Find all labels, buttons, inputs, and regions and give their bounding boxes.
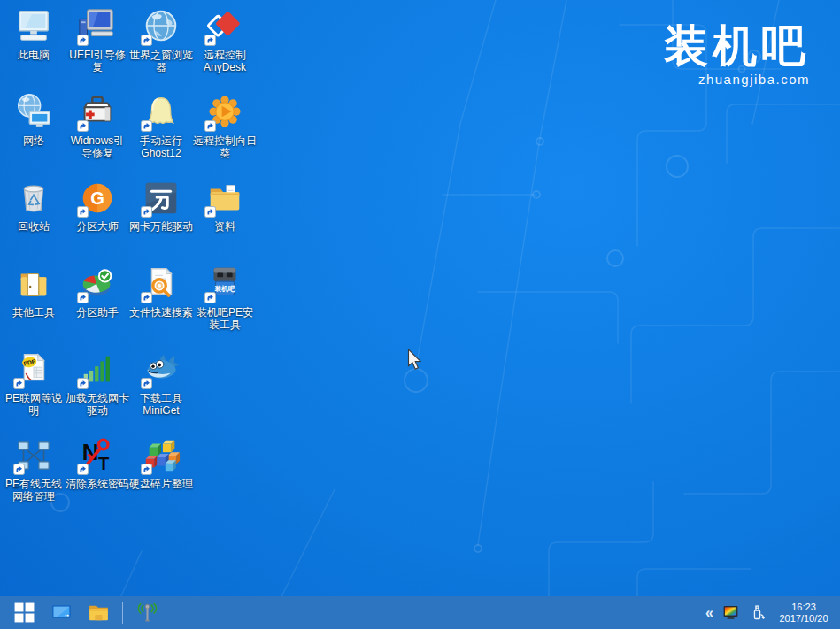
recycle-icon — [13, 178, 54, 219]
desktop-icon-uefi-boot-repair[interactable]: UEFI引导修复 — [66, 4, 129, 89]
desktop-icon-label: 文件快速搜索 — [129, 306, 193, 318]
pdf-icon — [13, 349, 54, 390]
desktop-icon-label: 远程控制AnyDesk — [193, 49, 257, 73]
taskbar-tray: « 16:23 2017/10/20 — [705, 596, 835, 629]
clock-date: 2017/10/20 — [774, 613, 833, 625]
shortcut-arrow-icon — [77, 378, 89, 389]
taskbar: « 16:23 2017/10/20 — [0, 596, 840, 629]
shortcut-arrow-icon — [204, 35, 216, 46]
monitor-blue-icon — [50, 602, 73, 624]
monitor-color-icon — [721, 603, 740, 622]
start-button[interactable] — [5, 596, 42, 629]
desktop-icon-load-wireless-driver[interactable]: 加载无线网卡驱动 — [66, 347, 129, 433]
desktop-icon-label: 世界之窗浏览器 — [129, 49, 193, 73]
shortcut-arrow-icon — [13, 378, 25, 389]
desktop: 装机吧 zhuangjiba.com 此电脑UEFI引导修复世界之窗浏览器远程控… — [0, 0, 840, 629]
shortcut-arrow-icon — [77, 206, 89, 218]
desktop-icon-miniget-downloader[interactable]: 下载工具MiniGet — [129, 347, 193, 433]
brand-logo-text: 装机吧 — [664, 23, 810, 70]
desktop-icon-anydesk-remote[interactable]: 远程控制AnyDesk — [193, 4, 257, 89]
shortcut-arrow-icon — [204, 206, 216, 218]
desktop-icon-recycle-bin[interactable]: 回收站 — [2, 175, 66, 261]
taskbar-separator — [122, 602, 123, 624]
taskbar-button-file-explorer[interactable] — [80, 596, 117, 629]
shortcut-arrow-icon — [141, 206, 152, 218]
usb-zjb-icon — [204, 264, 245, 304]
desktop-icon-label: 下载工具MiniGet — [129, 392, 193, 417]
desktop-icon-clear-system-password[interactable]: 清除系统密码 — [66, 433, 129, 518]
shortcut-arrow-icon — [77, 292, 89, 303]
diskgenius-icon — [77, 178, 118, 219]
browser-icon — [141, 6, 181, 47]
desktop-icon-partition-master[interactable]: 分区大师 — [66, 175, 129, 261]
desktop-icon-other-tools[interactable]: 其他工具 — [2, 261, 66, 347]
windows-logo-icon — [13, 602, 35, 624]
wan-icon — [141, 178, 181, 219]
desktop-icon-label: 分区大师 — [76, 220, 119, 233]
antenna-icon — [136, 602, 158, 624]
shortcut-arrow-icon — [141, 292, 152, 303]
folder-door-icon — [13, 264, 54, 304]
net-mgmt-icon — [13, 435, 54, 476]
desktop-icon-pe-network-readme[interactable]: PE联网等说明 — [2, 347, 66, 433]
shortcut-arrow-icon — [141, 35, 152, 46]
desktop-icon-disk-defrag[interactable]: 硬盘碎片整理 — [129, 433, 193, 518]
desktop-icon-label: PE有线无线网络管理 — [2, 478, 66, 502]
desktop-icon-ghost12-manual-run[interactable]: 手动运行Ghost12 — [129, 89, 193, 175]
desktop-icon-this-pc[interactable]: 此电脑 — [2, 4, 66, 89]
shortcut-arrow-icon — [141, 464, 152, 475]
chevron-left-icon: « — [705, 606, 713, 620]
taskbar-button-show-desktop[interactable] — [42, 596, 80, 629]
clock-time: 16:23 — [774, 602, 833, 613]
file-search-icon — [141, 264, 181, 304]
desktop-icon-network[interactable]: 网络 — [2, 89, 66, 175]
desktop-icon-data-folder[interactable]: 资料 — [193, 175, 257, 261]
desktop-icon-label: 手动运行Ghost12 — [129, 134, 193, 159]
desktop-icons-grid: 此电脑UEFI引导修复世界之窗浏览器远程控制AnyDesk网络Widnows引导… — [2, 4, 257, 518]
shortcut-arrow-icon — [77, 464, 89, 475]
usb-tray-icon — [748, 603, 767, 622]
desktop-icon-pe-network-manager[interactable]: PE有线无线网络管理 — [2, 433, 66, 518]
desktop-icon-label: 硬盘碎片整理 — [129, 478, 193, 490]
desktop-icon-world-window-browser[interactable]: 世界之窗浏览器 — [129, 4, 193, 89]
desktop-icon-label: 加载无线网卡驱动 — [66, 392, 129, 417]
shortcut-arrow-icon — [77, 120, 89, 132]
uefi-icon — [77, 6, 118, 47]
shortcut-arrow-icon — [13, 464, 25, 475]
toolbox-icon — [77, 92, 118, 133]
taskbar-clock[interactable]: 16:23 2017/10/20 — [774, 602, 833, 625]
desktop-icon-zhuangjiba-pe-installer[interactable]: 装机吧PE安装工具 — [193, 261, 257, 347]
desktop-icon-file-quick-search[interactable]: 文件快速搜索 — [129, 261, 193, 347]
desktop-icon-label: 分区助手 — [76, 306, 119, 318]
taskbar-left — [5, 596, 166, 629]
taskbar-button-wireless-tool[interactable] — [128, 596, 166, 629]
shortcut-arrow-icon — [77, 35, 89, 46]
desktop-icon-label: PE联网等说明 — [2, 392, 66, 417]
shortcut-arrow-icon — [141, 378, 152, 389]
desktop-icon-label: 回收站 — [18, 220, 50, 233]
tray-button-usb-device[interactable] — [748, 596, 767, 629]
signal-icon — [77, 349, 118, 390]
shortcut-arrow-icon — [204, 120, 216, 132]
folder-icon — [204, 178, 245, 219]
brand-logo: 装机吧 zhuangjiba.com — [664, 23, 810, 87]
desktop-icon-label: 网卡万能驱动 — [129, 220, 193, 233]
desktop-icon-label: 网络 — [23, 134, 44, 147]
desktop-icon-label: 远程控制向日葵 — [193, 134, 257, 159]
brand-logo-domain: zhuangjiba.com — [664, 72, 810, 87]
anydesk-icon — [204, 6, 245, 47]
mouse-cursor — [407, 349, 423, 372]
desktop-icon-label: 资料 — [214, 220, 235, 233]
tray-button-hidden-icons[interactable]: « — [705, 596, 713, 629]
shortcut-arrow-icon — [141, 120, 152, 132]
desktop-icon-label: Widnows引导修复 — [66, 134, 129, 159]
desktop-icon-partition-assistant[interactable]: 分区助手 — [66, 261, 129, 347]
desktop-icon-label: 清除系统密码 — [66, 478, 129, 490]
nt-password-icon — [77, 435, 118, 476]
folder-yellow-icon — [88, 602, 110, 624]
desktop-icon-windows-boot-repair[interactable]: Widnows引导修复 — [66, 89, 129, 175]
defrag-icon — [141, 435, 181, 476]
desktop-icon-sunflower-remote[interactable]: 远程控制向日葵 — [193, 89, 257, 175]
desktop-icon-nic-universal-driver[interactable]: 网卡万能驱动 — [129, 175, 193, 261]
tray-button-display-settings[interactable] — [721, 596, 740, 629]
